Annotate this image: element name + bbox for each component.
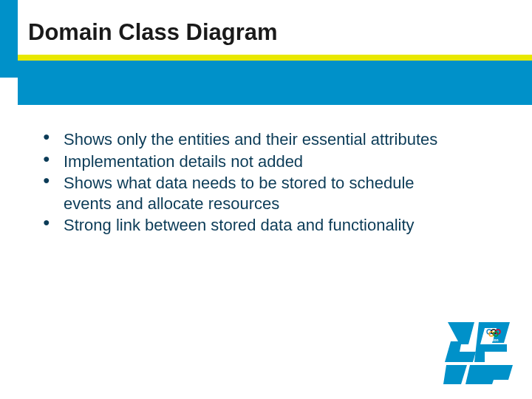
blue-header-band [18,61,532,105]
list-item: Strong link between stored data and func… [43,215,458,236]
london-2012-logo-icon: london [443,319,517,386]
list-item: Shows only the entities and their essent… [43,129,458,150]
svg-marker-3 [466,365,513,384]
svg-marker-2 [443,365,467,384]
slide: Domain Class Diagram Shows only the enti… [0,0,532,399]
yellow-divider [18,55,532,61]
bullet-list: Shows only the entities and their essent… [43,129,458,236]
svg-text:london: london [486,338,499,342]
svg-marker-1 [474,322,510,362]
content-area: Shows only the entities and their essent… [43,129,458,237]
title-area: Domain Class Diagram [28,19,510,46]
list-item: Shows what data needs to be stored to sc… [43,173,458,214]
svg-marker-0 [445,322,476,362]
list-item: Implementation details not added [43,151,458,172]
side-accent-band [0,0,18,78]
slide-title: Domain Class Diagram [28,19,510,46]
